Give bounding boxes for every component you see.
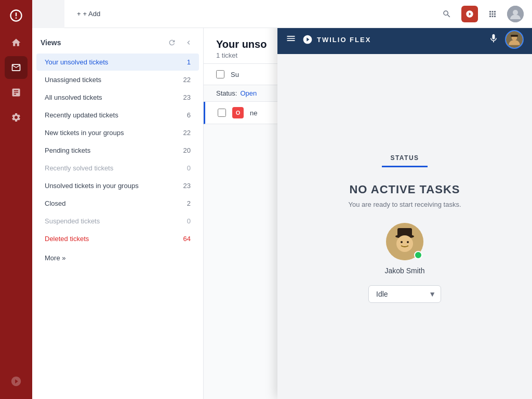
- nav-tickets-btn[interactable]: [5, 56, 28, 79]
- sidebar-title: Views: [41, 38, 61, 47]
- nav-settings-btn[interactable]: [5, 106, 28, 129]
- view-label: Unassigned tickets: [45, 76, 101, 84]
- ticket-subject: ne: [250, 109, 257, 117]
- status-tab-bar: STATUS: [382, 150, 427, 167]
- col-subject: Su: [231, 71, 239, 78]
- sidebar-view-item-1[interactable]: Unassigned tickets22: [36, 71, 199, 88]
- app-logo[interactable]: [7, 6, 25, 25]
- sidebar-view-item-10[interactable]: Deleted tickets64: [36, 230, 199, 247]
- zendesk-icon: [5, 370, 28, 393]
- select-all-checkbox[interactable]: [216, 70, 224, 78]
- nav-reports-btn[interactable]: [5, 81, 28, 104]
- idle-select-wrapper: IdleAvailableBusyAway ▼: [368, 285, 441, 303]
- view-count: 20: [183, 147, 191, 154]
- view-label: Closed: [45, 200, 65, 207]
- view-label: Recently solved tickets: [45, 164, 113, 172]
- view-count: 22: [183, 76, 191, 84]
- twilio-user-avatar[interactable]: [505, 30, 524, 49]
- add-button[interactable]: + + Add: [73, 7, 104, 21]
- twilio-flex-content: STATUS NO ACTIVE TASKS You are ready to …: [277, 54, 532, 399]
- view-label: Suspended tickets: [45, 217, 100, 225]
- nav-home-btn[interactable]: [5, 31, 28, 54]
- more-link[interactable]: More »: [32, 248, 203, 268]
- view-count: 64: [183, 235, 191, 243]
- views-list: Your unsolved tickets1Unassigned tickets…: [32, 54, 203, 247]
- search-button[interactable]: [438, 6, 455, 22]
- svg-point-9: [401, 241, 403, 243]
- agent-name: Jakob Smith: [384, 267, 424, 275]
- twilio-popup: Twilio Flex TWILIO FLEX: [277, 28, 532, 399]
- status-value[interactable]: Open: [240, 89, 257, 97]
- twilio-app-button[interactable]: [461, 6, 478, 22]
- view-count: 0: [187, 164, 191, 172]
- view-count: 0: [187, 217, 191, 225]
- refresh-icon[interactable]: [166, 36, 178, 49]
- view-label: Recently updated tickets: [45, 111, 118, 119]
- main-area: + + Add Views: [32, 0, 532, 399]
- view-label: Pending tickets: [45, 147, 90, 154]
- sidebar-header-icons: [166, 36, 195, 49]
- view-label: Your unsolved tickets: [45, 58, 108, 66]
- top-bar: + + Add: [64, 0, 532, 28]
- sidebar-view-item-5[interactable]: Pending tickets20: [36, 142, 199, 159]
- view-count: 2: [187, 200, 191, 207]
- svg-point-10: [407, 241, 409, 243]
- plus-icon: +: [77, 10, 81, 18]
- sidebar-view-item-8[interactable]: Closed2: [36, 195, 199, 212]
- no-tasks-title: NO ACTIVE TASKS: [349, 183, 460, 196]
- online-status-dot: [414, 251, 422, 259]
- view-count: 22: [183, 129, 191, 137]
- status-label: Status:: [216, 89, 237, 97]
- svg-rect-4: [511, 35, 518, 37]
- twilio-hamburger-button[interactable]: [286, 33, 296, 46]
- view-label: All unsolved tickets: [45, 94, 102, 101]
- twilio-brand-text: TWILIO FLEX: [317, 36, 371, 44]
- add-label: + Add: [83, 10, 101, 18]
- collapse-icon[interactable]: [182, 36, 195, 49]
- twilio-mic-button[interactable]: [488, 33, 499, 46]
- sidebar-view-item-3[interactable]: Recently updated tickets6: [36, 107, 199, 124]
- sidebar-view-item-9[interactable]: Suspended tickets0: [36, 212, 199, 230]
- status-tab[interactable]: STATUS: [382, 150, 427, 167]
- sidebar-view-item-4[interactable]: New tickets in your groups22: [36, 124, 199, 141]
- content-wrapper: Views Your unsolved tickets1Unassigned t…: [32, 28, 532, 399]
- twilio-flex-bar: TWILIO FLEX: [277, 28, 532, 54]
- ticket-checkbox[interactable]: [218, 109, 226, 117]
- view-count: 6: [187, 111, 191, 119]
- sidebar-view-item-0[interactable]: Your unsolved tickets1: [36, 54, 199, 71]
- apps-grid-button[interactable]: [484, 6, 501, 22]
- sidebar-header: Views: [32, 28, 203, 53]
- nav-bar: [0, 0, 32, 399]
- main-content: Your unso 1 ticket Su Status: Open O ne …: [204, 28, 532, 399]
- view-count: 23: [183, 94, 191, 101]
- sidebar: Views Your unsolved tickets1Unassigned t…: [32, 28, 204, 399]
- view-count: 23: [183, 182, 191, 190]
- sidebar-view-item-6[interactable]: Recently solved tickets0: [36, 159, 199, 177]
- view-label: New tickets in your groups: [45, 129, 124, 137]
- svg-point-8: [396, 235, 413, 252]
- twilio-flex-actions: [488, 30, 524, 49]
- view-label: Deleted tickets: [45, 235, 89, 243]
- sidebar-view-item-7[interactable]: Unsolved tickets in your groups23: [36, 177, 199, 194]
- priority-badge: O: [232, 107, 244, 118]
- status-select[interactable]: IdleAvailableBusyAway: [368, 285, 441, 303]
- nav-bottom: [5, 370, 28, 393]
- twilio-logo: TWILIO FLEX: [302, 34, 371, 45]
- svg-point-1: [513, 10, 518, 15]
- agent-avatar-container: [386, 223, 423, 260]
- no-tasks-subtitle: You are ready to start receiving tasks.: [348, 201, 461, 208]
- sidebar-view-item-2[interactable]: All unsolved tickets23: [36, 89, 199, 106]
- view-count: 1: [187, 58, 191, 66]
- view-label: Unsolved tickets in your groups: [45, 182, 139, 190]
- user-avatar[interactable]: [507, 6, 524, 22]
